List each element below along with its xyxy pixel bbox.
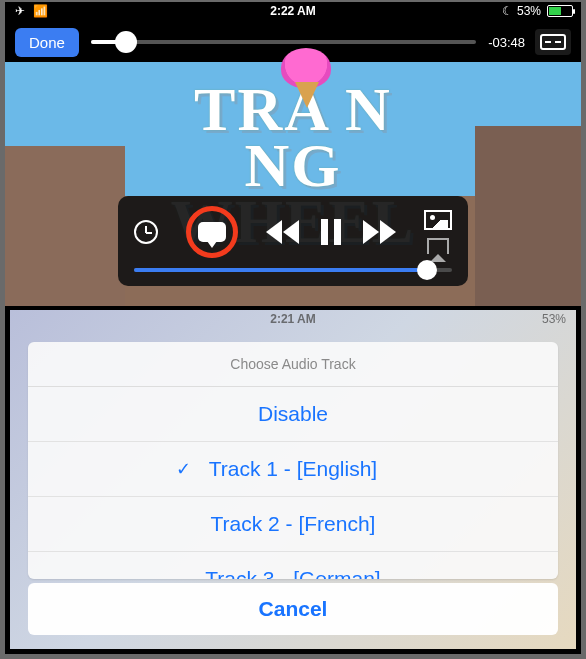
do-not-disturb-icon: ☾ [502,4,513,18]
checkmark-icon: ✓ [176,458,191,480]
status-time: 2:22 AM [270,4,316,18]
status-bar-top: ✈ 📶 2:22 AM ☾ 53% [5,2,581,22]
aspect-ratio-button[interactable] [424,210,452,230]
audio-option-label: Disable [258,402,328,425]
sheet-battery-percent: 53% [542,312,566,326]
audio-option-label: Track 2 - [French] [211,512,376,535]
forward-button[interactable] [363,220,396,244]
pause-icon [321,219,328,245]
done-button[interactable]: Done [15,28,79,57]
pause-icon [334,219,341,245]
forward-icon [380,220,396,244]
sheet-status-time: 2:21 AM [270,312,316,326]
audio-option-track1[interactable]: ✓ Track 1 - [English] [28,442,558,497]
rewind-icon [266,220,282,244]
battery-icon [547,5,573,17]
video-title-line1: TRA N NG [149,82,437,194]
time-remaining-label: -03:48 [488,35,525,50]
audio-track-sheet: Choose Audio Track Disable ✓ Track 1 - [… [28,342,558,579]
subtitles-icon [540,34,566,50]
decorative-building [5,146,125,306]
sheet-title: Choose Audio Track [28,342,558,387]
status-bar-sheet: 2:21 AM 53% [10,310,576,330]
video-player-panel: ✈ 📶 2:22 AM ☾ 53% Done -03:48 [5,2,581,306]
audio-option-track2[interactable]: Track 2 - [French] [28,497,558,552]
cancel-button[interactable]: Cancel [28,583,558,635]
ice-cream-icon [281,48,331,88]
action-sheet-panel: 2:21 AM 53% Choose Audio Track Disable ✓… [10,310,576,649]
forward-icon [363,220,379,244]
decorative-building [475,126,581,306]
clock-icon [134,220,158,244]
scrubber-thumb[interactable] [115,31,137,53]
audio-option-label: Track 3 - [German] [205,567,380,579]
audio-option-disable[interactable]: Disable [28,387,558,442]
audio-track-button[interactable] [198,222,226,242]
playback-controls-popup [118,196,468,286]
subtitles-button[interactable] [535,29,571,55]
speech-bubble-icon [198,222,226,242]
picture-icon [424,210,452,230]
audio-track-button-highlight [186,206,238,258]
audio-option-track3[interactable]: Track 3 - [German] [28,552,558,579]
playback-speed-button[interactable] [134,220,158,244]
battery-percent: 53% [517,4,541,18]
rewind-icon [283,220,299,244]
volume-fill [134,268,427,272]
volume-slider[interactable] [134,268,452,272]
airplane-mode-icon: ✈ [15,4,25,18]
wifi-icon: 📶 [33,4,48,18]
volume-thumb[interactable] [417,260,437,280]
pause-button[interactable] [321,219,341,245]
rewind-button[interactable] [266,220,299,244]
audio-option-label: Track 1 - [English] [209,457,377,480]
scrubber-track[interactable] [91,40,476,44]
video-content: TRA N NG WHEEL [5,62,581,306]
airplay-button[interactable] [427,238,449,254]
airplay-icon [427,238,449,254]
